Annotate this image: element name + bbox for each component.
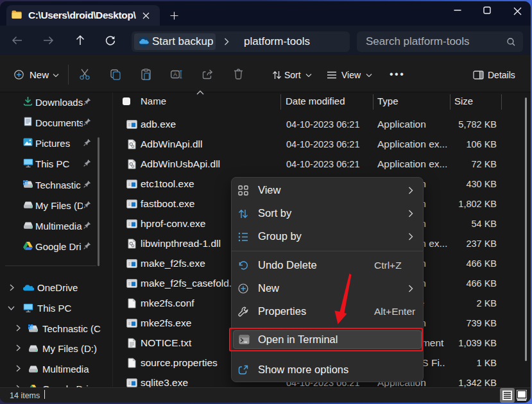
svg-text:A: A (173, 71, 177, 78)
